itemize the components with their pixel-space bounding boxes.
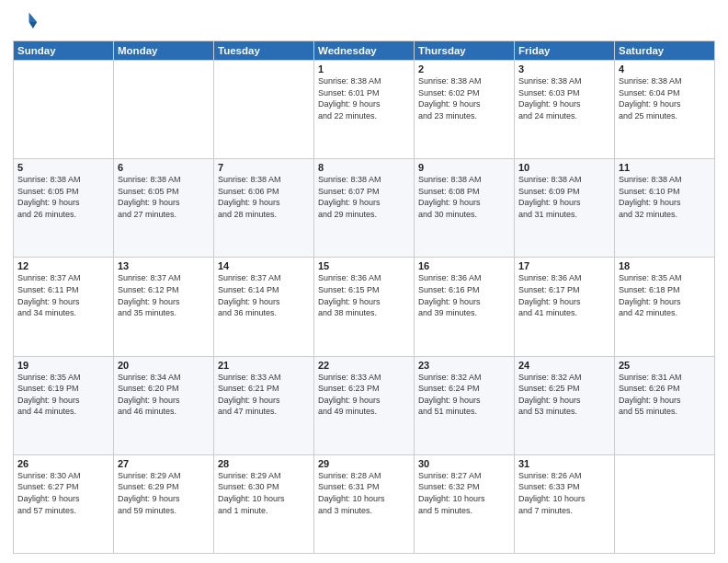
calendar-cell: 29Sunrise: 8:28 AM Sunset: 6:31 PM Dayli… <box>314 454 415 553</box>
weekday-header: Saturday <box>615 41 715 61</box>
day-number: 22 <box>318 360 410 371</box>
weekday-header: Thursday <box>415 41 515 61</box>
day-info: Sunrise: 8:38 AM Sunset: 6:03 PM Dayligh… <box>518 75 610 121</box>
calendar-cell: 5Sunrise: 8:38 AM Sunset: 6:05 PM Daylig… <box>14 159 114 258</box>
day-info: Sunrise: 8:38 AM Sunset: 6:06 PM Dayligh… <box>218 174 310 220</box>
day-info: Sunrise: 8:37 AM Sunset: 6:12 PM Dayligh… <box>118 272 210 318</box>
day-number: 13 <box>118 260 210 271</box>
logo-icon <box>13 9 39 35</box>
day-number: 15 <box>318 260 410 271</box>
day-number: 31 <box>518 458 610 469</box>
weekday-header: Wednesday <box>314 41 415 61</box>
calendar-cell: 14Sunrise: 8:37 AM Sunset: 6:14 PM Dayli… <box>214 258 314 356</box>
calendar-cell: 7Sunrise: 8:38 AM Sunset: 6:06 PM Daylig… <box>214 159 314 258</box>
calendar-cell: 30Sunrise: 8:27 AM Sunset: 6:32 PM Dayli… <box>415 454 515 553</box>
day-number: 5 <box>17 162 109 173</box>
day-number: 1 <box>318 63 410 75</box>
day-number: 18 <box>619 260 711 271</box>
day-number: 30 <box>418 458 510 469</box>
calendar-cell: 22Sunrise: 8:33 AM Sunset: 6:23 PM Dayli… <box>314 356 415 454</box>
day-info: Sunrise: 8:29 AM Sunset: 6:30 PM Dayligh… <box>218 470 310 516</box>
weekday-header: Sunday <box>14 41 114 61</box>
calendar-cell: 20Sunrise: 8:34 AM Sunset: 6:20 PM Dayli… <box>114 356 214 454</box>
svg-marker-1 <box>29 22 38 29</box>
day-info: Sunrise: 8:38 AM Sunset: 6:02 PM Dayligh… <box>418 75 510 121</box>
day-info: Sunrise: 8:38 AM Sunset: 6:04 PM Dayligh… <box>619 75 711 121</box>
day-number: 21 <box>218 360 310 371</box>
calendar-cell: 4Sunrise: 8:38 AM Sunset: 6:04 PM Daylig… <box>615 61 715 159</box>
calendar-cell <box>14 61 114 159</box>
weekday-header: Monday <box>114 41 214 61</box>
day-info: Sunrise: 8:26 AM Sunset: 6:33 PM Dayligh… <box>518 470 610 516</box>
day-info: Sunrise: 8:36 AM Sunset: 6:16 PM Dayligh… <box>418 272 510 318</box>
day-number: 20 <box>118 360 210 371</box>
calendar-week-row: 12Sunrise: 8:37 AM Sunset: 6:11 PM Dayli… <box>14 258 715 356</box>
calendar-cell <box>615 454 715 553</box>
calendar-cell: 28Sunrise: 8:29 AM Sunset: 6:30 PM Dayli… <box>214 454 314 553</box>
calendar-header-row: SundayMondayTuesdayWednesdayThursdayFrid… <box>14 41 715 61</box>
day-info: Sunrise: 8:32 AM Sunset: 6:25 PM Dayligh… <box>518 372 610 418</box>
weekday-header: Friday <box>515 41 615 61</box>
day-number: 7 <box>218 162 310 173</box>
calendar-cell: 26Sunrise: 8:30 AM Sunset: 6:27 PM Dayli… <box>14 454 114 553</box>
day-number: 25 <box>619 360 711 371</box>
day-number: 29 <box>318 458 410 469</box>
day-number: 2 <box>418 63 510 75</box>
day-number: 26 <box>17 458 109 469</box>
calendar-cell: 3Sunrise: 8:38 AM Sunset: 6:03 PM Daylig… <box>515 61 615 159</box>
day-info: Sunrise: 8:36 AM Sunset: 6:17 PM Dayligh… <box>518 272 610 318</box>
calendar-cell: 18Sunrise: 8:35 AM Sunset: 6:18 PM Dayli… <box>615 258 715 356</box>
day-number: 14 <box>218 260 310 271</box>
page: SundayMondayTuesdayWednesdayThursdayFrid… <box>0 0 728 563</box>
day-info: Sunrise: 8:33 AM Sunset: 6:23 PM Dayligh… <box>318 372 410 418</box>
day-number: 9 <box>418 162 510 173</box>
calendar-cell: 25Sunrise: 8:31 AM Sunset: 6:26 PM Dayli… <box>615 356 715 454</box>
day-info: Sunrise: 8:36 AM Sunset: 6:15 PM Dayligh… <box>318 272 410 318</box>
day-number: 10 <box>518 162 610 173</box>
calendar-cell: 24Sunrise: 8:32 AM Sunset: 6:25 PM Dayli… <box>515 356 615 454</box>
calendar-cell: 15Sunrise: 8:36 AM Sunset: 6:15 PM Dayli… <box>314 258 415 356</box>
calendar-cell: 8Sunrise: 8:38 AM Sunset: 6:07 PM Daylig… <box>314 159 415 258</box>
day-number: 17 <box>518 260 610 271</box>
calendar-cell <box>114 61 214 159</box>
calendar-week-row: 5Sunrise: 8:38 AM Sunset: 6:05 PM Daylig… <box>14 159 715 258</box>
calendar-cell: 2Sunrise: 8:38 AM Sunset: 6:02 PM Daylig… <box>415 61 515 159</box>
day-number: 24 <box>518 360 610 371</box>
calendar-cell: 27Sunrise: 8:29 AM Sunset: 6:29 PM Dayli… <box>114 454 214 553</box>
calendar-cell: 17Sunrise: 8:36 AM Sunset: 6:17 PM Dayli… <box>515 258 615 356</box>
day-number: 28 <box>218 458 310 469</box>
day-number: 11 <box>619 162 711 173</box>
day-number: 23 <box>418 360 510 371</box>
calendar-week-row: 1Sunrise: 8:38 AM Sunset: 6:01 PM Daylig… <box>14 61 715 159</box>
day-info: Sunrise: 8:34 AM Sunset: 6:20 PM Dayligh… <box>118 372 210 418</box>
day-number: 16 <box>418 260 510 271</box>
day-number: 19 <box>17 360 109 371</box>
day-info: Sunrise: 8:32 AM Sunset: 6:24 PM Dayligh… <box>418 372 510 418</box>
day-info: Sunrise: 8:38 AM Sunset: 6:05 PM Dayligh… <box>17 174 109 220</box>
calendar-cell: 12Sunrise: 8:37 AM Sunset: 6:11 PM Dayli… <box>14 258 114 356</box>
logo <box>13 9 42 35</box>
day-info: Sunrise: 8:35 AM Sunset: 6:18 PM Dayligh… <box>619 272 711 318</box>
day-info: Sunrise: 8:38 AM Sunset: 6:01 PM Dayligh… <box>318 75 410 121</box>
calendar-cell: 1Sunrise: 8:38 AM Sunset: 6:01 PM Daylig… <box>314 61 415 159</box>
calendar-cell: 9Sunrise: 8:38 AM Sunset: 6:08 PM Daylig… <box>415 159 515 258</box>
day-info: Sunrise: 8:37 AM Sunset: 6:14 PM Dayligh… <box>218 272 310 318</box>
day-info: Sunrise: 8:33 AM Sunset: 6:21 PM Dayligh… <box>218 372 310 418</box>
calendar-week-row: 19Sunrise: 8:35 AM Sunset: 6:19 PM Dayli… <box>14 356 715 454</box>
calendar-cell <box>214 61 314 159</box>
calendar-cell: 21Sunrise: 8:33 AM Sunset: 6:21 PM Dayli… <box>214 356 314 454</box>
day-info: Sunrise: 8:35 AM Sunset: 6:19 PM Dayligh… <box>17 372 109 418</box>
day-info: Sunrise: 8:37 AM Sunset: 6:11 PM Dayligh… <box>17 272 109 318</box>
day-info: Sunrise: 8:30 AM Sunset: 6:27 PM Dayligh… <box>17 470 109 516</box>
calendar-cell: 16Sunrise: 8:36 AM Sunset: 6:16 PM Dayli… <box>415 258 515 356</box>
day-number: 12 <box>17 260 109 271</box>
calendar-cell: 10Sunrise: 8:38 AM Sunset: 6:09 PM Dayli… <box>515 159 615 258</box>
calendar-cell: 19Sunrise: 8:35 AM Sunset: 6:19 PM Dayli… <box>14 356 114 454</box>
day-info: Sunrise: 8:27 AM Sunset: 6:32 PM Dayligh… <box>418 470 510 516</box>
calendar-cell: 13Sunrise: 8:37 AM Sunset: 6:12 PM Dayli… <box>114 258 214 356</box>
day-number: 8 <box>318 162 410 173</box>
calendar-table: SundayMondayTuesdayWednesdayThursdayFrid… <box>13 40 715 554</box>
calendar-week-row: 26Sunrise: 8:30 AM Sunset: 6:27 PM Dayli… <box>14 454 715 553</box>
day-number: 27 <box>118 458 210 469</box>
calendar-cell: 6Sunrise: 8:38 AM Sunset: 6:05 PM Daylig… <box>114 159 214 258</box>
